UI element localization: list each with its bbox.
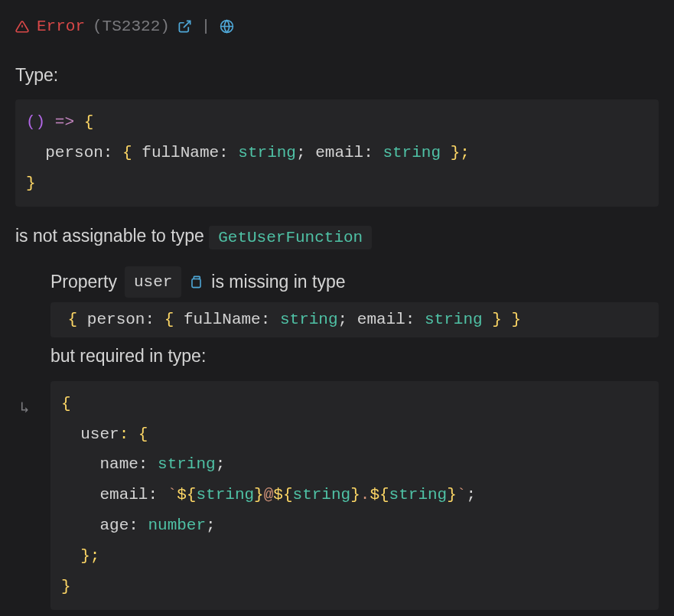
t: ; bbox=[206, 517, 216, 534]
t: ${ bbox=[273, 486, 292, 504]
t: }; bbox=[80, 547, 99, 565]
t: @ bbox=[264, 486, 274, 504]
t: fullName bbox=[184, 311, 261, 328]
code-token: () bbox=[26, 113, 45, 131]
text: but required in type: bbox=[50, 342, 206, 370]
code-token: ; bbox=[296, 144, 315, 161]
t: { bbox=[68, 311, 87, 328]
code-token: string bbox=[383, 144, 441, 161]
code-token: { bbox=[122, 144, 142, 161]
t: } bbox=[254, 486, 264, 504]
type-reference: GetUserFunction bbox=[209, 226, 372, 249]
t: string bbox=[196, 486, 254, 504]
code-token bbox=[26, 144, 45, 161]
t: ${ bbox=[370, 486, 389, 504]
t: } bbox=[350, 486, 360, 504]
t bbox=[61, 486, 99, 504]
inline-type-code: { person: { fullName: string; email: str… bbox=[50, 302, 659, 337]
external-link-icon[interactable] bbox=[177, 19, 192, 34]
t: ; bbox=[466, 486, 476, 504]
code-token: : bbox=[219, 144, 238, 161]
code-token: fullName bbox=[142, 144, 219, 161]
t: person bbox=[87, 311, 145, 328]
message-not-assignable: is not assignable to type GetUserFunctio… bbox=[15, 222, 659, 251]
t: name bbox=[99, 455, 138, 473]
t: ` bbox=[168, 486, 177, 504]
code-block-required-type: { user: { name: string; email: `${string… bbox=[50, 381, 659, 610]
t bbox=[61, 425, 80, 443]
error-code: (TS2322) bbox=[93, 14, 170, 40]
t: : { bbox=[119, 425, 148, 443]
separator: | bbox=[201, 14, 211, 40]
code-block-source-type: () => { person: { fullName: string; emai… bbox=[15, 99, 659, 207]
t: { bbox=[61, 395, 71, 412]
t: : bbox=[148, 486, 167, 504]
t bbox=[61, 517, 99, 534]
t bbox=[61, 547, 80, 565]
t: ; bbox=[338, 311, 357, 328]
globe-icon[interactable] bbox=[220, 19, 234, 34]
t: : bbox=[138, 455, 158, 473]
t: string bbox=[425, 311, 483, 328]
t: email bbox=[357, 311, 405, 328]
indent-arrow-icon: ↳ bbox=[20, 396, 29, 421]
t: user bbox=[80, 425, 119, 443]
t: : bbox=[261, 311, 280, 328]
warning-icon bbox=[15, 20, 29, 34]
t: . bbox=[360, 486, 370, 504]
message-text: is not assignable to type bbox=[15, 226, 209, 246]
code-token: } bbox=[26, 174, 36, 192]
t: } bbox=[61, 578, 71, 595]
clipboard-icon[interactable] bbox=[189, 275, 204, 289]
code-token: : bbox=[103, 144, 122, 161]
property-missing-line: Property user is missing in type bbox=[50, 266, 659, 298]
nested-error-detail: ↳ Property user is missing in type { per… bbox=[50, 266, 659, 610]
code-token: person bbox=[45, 144, 103, 161]
t: : bbox=[129, 517, 148, 534]
text: Property bbox=[50, 268, 117, 296]
t: string bbox=[293, 486, 351, 504]
but-required-line: but required in type: bbox=[50, 342, 659, 370]
t: } bbox=[447, 486, 457, 504]
t: number bbox=[148, 517, 206, 534]
property-name: user bbox=[125, 266, 181, 298]
t: : bbox=[145, 311, 164, 328]
t: ${ bbox=[177, 486, 196, 504]
t bbox=[61, 455, 99, 473]
code-token: : bbox=[363, 144, 383, 161]
error-header: Error (TS2322) | bbox=[15, 14, 659, 40]
t: } } bbox=[483, 311, 521, 328]
svg-line-2 bbox=[184, 21, 190, 28]
t: email bbox=[99, 486, 148, 504]
type-label: Type: bbox=[15, 61, 659, 90]
code-token: string bbox=[238, 144, 296, 161]
t: : bbox=[405, 311, 425, 328]
t: string bbox=[158, 455, 216, 473]
t: age bbox=[99, 517, 129, 534]
error-label: Error bbox=[37, 14, 85, 40]
code-token: email bbox=[315, 144, 363, 161]
code-token: { bbox=[84, 113, 94, 131]
t: { bbox=[164, 311, 184, 328]
t: string bbox=[389, 486, 448, 504]
text: is missing in type bbox=[211, 268, 345, 296]
code-token: => bbox=[45, 113, 83, 131]
t: ; bbox=[216, 455, 226, 473]
t: string bbox=[280, 311, 338, 328]
t: ` bbox=[457, 486, 467, 504]
code-token: }; bbox=[441, 144, 470, 161]
